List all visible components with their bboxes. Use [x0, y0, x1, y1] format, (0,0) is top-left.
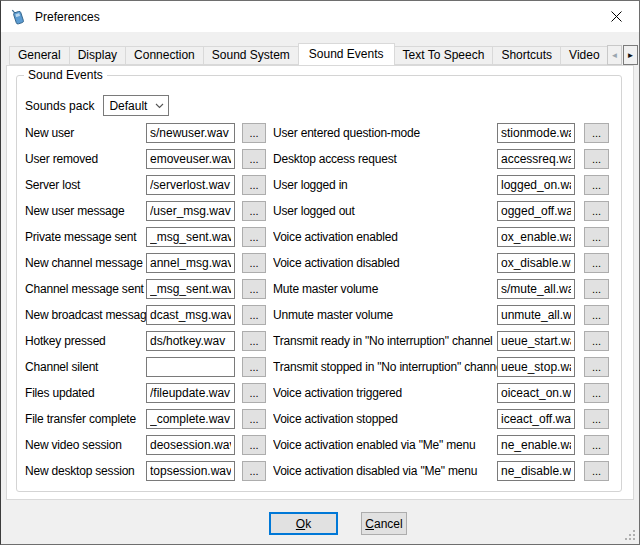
- sound-events-tab-page: Sound Events Sounds pack Default New use…: [6, 65, 634, 500]
- sound-file-input[interactable]: [146, 201, 235, 221]
- browse-button[interactable]: ...: [584, 149, 609, 169]
- event-label: New user message: [25, 204, 146, 218]
- sound-event-row-voice-activation-enabled-via-me-menu: Voice activation enabled via "Me" menu..…: [273, 432, 617, 458]
- tab-shortcuts[interactable]: Shortcuts: [492, 46, 561, 65]
- sound-events-groupbox: Sound Events Sounds pack Default New use…: [16, 75, 622, 492]
- tab-connection[interactable]: Connection: [125, 46, 204, 65]
- app-icon: [10, 8, 27, 25]
- browse-button[interactable]: ...: [584, 123, 609, 143]
- sound-event-row-new-user: New user...: [25, 120, 273, 146]
- browse-button[interactable]: ...: [242, 227, 266, 247]
- sound-file-input[interactable]: [146, 435, 235, 455]
- event-label: User logged in: [273, 178, 497, 192]
- sound-file-input[interactable]: [146, 123, 235, 143]
- event-label: New broadcast message: [25, 308, 146, 322]
- sound-event-row-transmit-stopped-in-no-interruption-channel: Transmit stopped in "No interruption" ch…: [273, 354, 617, 380]
- sound-file-input[interactable]: [146, 409, 235, 429]
- browse-button[interactable]: ...: [584, 305, 609, 325]
- browse-button[interactable]: ...: [584, 279, 609, 299]
- tab-text-to-speech[interactable]: Text To Speech: [394, 46, 494, 65]
- browse-button[interactable]: ...: [242, 357, 266, 377]
- sound-event-row-mute-master-volume: Mute master volume...: [273, 276, 617, 302]
- close-icon: [611, 11, 622, 22]
- event-label: Channel silent: [25, 360, 146, 374]
- sound-file-input[interactable]: [146, 227, 235, 247]
- browse-button[interactable]: ...: [242, 461, 266, 481]
- browse-button[interactable]: ...: [242, 279, 266, 299]
- sound-file-input[interactable]: [497, 279, 575, 299]
- event-label: Voice activation disabled via "Me" menu: [273, 464, 497, 478]
- sound-file-input[interactable]: [497, 461, 575, 481]
- browse-button[interactable]: ...: [584, 409, 609, 429]
- sound-file-input[interactable]: [497, 175, 575, 195]
- event-label: Voice activation stopped: [273, 412, 497, 426]
- sound-file-input[interactable]: [146, 305, 235, 325]
- browse-button[interactable]: ...: [242, 253, 266, 273]
- sound-file-input[interactable]: [146, 331, 235, 351]
- sound-file-input[interactable]: [497, 409, 575, 429]
- sound-event-row-channel-message-sent: Channel message sent...: [25, 276, 273, 302]
- browse-button[interactable]: ...: [584, 383, 609, 403]
- browse-button[interactable]: ...: [242, 175, 266, 195]
- sound-file-input[interactable]: [497, 305, 575, 325]
- browse-button[interactable]: ...: [584, 175, 609, 195]
- sound-event-row-hotkey-pressed: Hotkey pressed...: [25, 328, 273, 354]
- sound-file-input[interactable]: [497, 357, 575, 377]
- event-label: Voice activation enabled: [273, 230, 497, 244]
- browse-button[interactable]: ...: [242, 383, 266, 403]
- event-label: Channel message sent: [25, 282, 146, 296]
- event-label: Server lost: [25, 178, 146, 192]
- sound-event-row-desktop-access-request: Desktop access request...: [273, 146, 617, 172]
- sounds-pack-select[interactable]: Default: [103, 95, 169, 116]
- sound-event-row-unmute-master-volume: Unmute master volume...: [273, 302, 617, 328]
- tab-display[interactable]: Display: [69, 46, 126, 65]
- tab-sound-events[interactable]: Sound Events: [298, 43, 395, 65]
- sound-file-input[interactable]: [146, 175, 235, 195]
- chevron-down-icon: [155, 103, 164, 109]
- sound-file-input[interactable]: [497, 331, 575, 351]
- close-button[interactable]: [594, 1, 639, 32]
- sound-file-input[interactable]: [497, 201, 575, 221]
- sound-file-input[interactable]: [146, 279, 235, 299]
- event-label: File transfer complete: [25, 412, 146, 426]
- browse-button[interactable]: ...: [242, 123, 266, 143]
- browse-button[interactable]: ...: [584, 253, 609, 273]
- groupbox-title: Sound Events: [24, 68, 107, 82]
- tab-scroll-left-icon[interactable]: ◄: [607, 45, 622, 65]
- browse-button[interactable]: ...: [584, 461, 609, 481]
- browse-button[interactable]: ...: [584, 357, 609, 377]
- sound-file-input[interactable]: [146, 383, 235, 403]
- sound-file-input[interactable]: [497, 435, 575, 455]
- browse-button[interactable]: ...: [242, 201, 266, 221]
- cancel-button[interactable]: Cancel: [361, 512, 407, 535]
- sound-file-input[interactable]: [497, 227, 575, 247]
- sound-file-input[interactable]: [146, 461, 235, 481]
- browse-button[interactable]: ...: [242, 409, 266, 429]
- tab-sound-system[interactable]: Sound System: [203, 46, 299, 65]
- sound-file-input[interactable]: [497, 123, 575, 143]
- sound-file-input[interactable]: [497, 253, 575, 273]
- tab-general[interactable]: General: [9, 46, 70, 65]
- browse-button[interactable]: ...: [584, 331, 609, 351]
- resize-grip[interactable]: [633, 538, 635, 540]
- sound-file-input[interactable]: [146, 149, 235, 169]
- browse-button[interactable]: ...: [584, 201, 609, 221]
- browse-button[interactable]: ...: [242, 305, 266, 325]
- sound-file-input[interactable]: [146, 253, 235, 273]
- sound-file-input[interactable]: [497, 383, 575, 403]
- browse-button[interactable]: ...: [242, 331, 266, 351]
- ok-button[interactable]: Ok: [269, 512, 338, 535]
- event-label: Mute master volume: [273, 282, 497, 296]
- tab-scroll-right-icon[interactable]: ►: [623, 45, 638, 65]
- sound-file-input[interactable]: [146, 357, 235, 377]
- tab-strip: GeneralDisplayConnectionSound SystemSoun…: [9, 43, 639, 65]
- tab-video[interactable]: Video: [560, 46, 608, 65]
- sound-event-row-user-logged-in: User logged in...: [273, 172, 617, 198]
- sound-file-input[interactable]: [497, 149, 575, 169]
- browse-button[interactable]: ...: [242, 435, 266, 455]
- tab-scroll-buttons: ◄ ►: [607, 45, 638, 65]
- browse-button[interactable]: ...: [584, 435, 609, 455]
- browse-button[interactable]: ...: [584, 227, 609, 247]
- title-bar[interactable]: Preferences: [1, 1, 639, 32]
- browse-button[interactable]: ...: [242, 149, 266, 169]
